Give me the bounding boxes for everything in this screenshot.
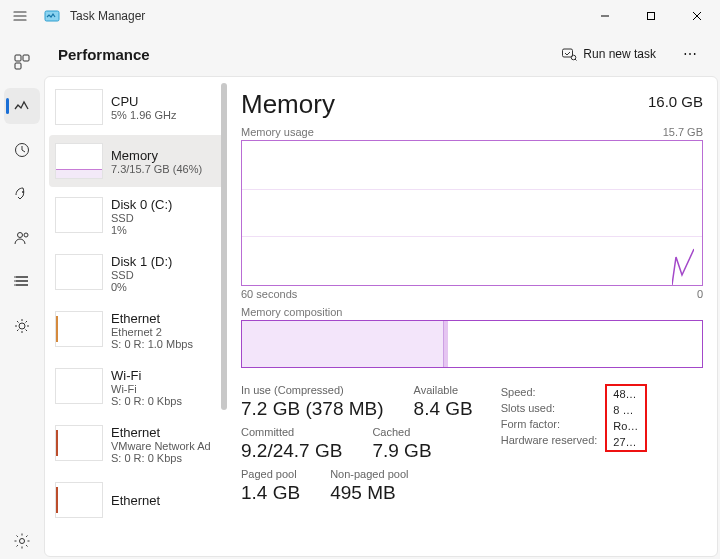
app-title: Task Manager [70,9,145,23]
run-task-icon [561,46,577,62]
axis-right: 0 [697,288,703,300]
composition-label: Memory composition [241,306,703,318]
chart-thumb-icon [55,89,103,125]
resource-sub: Wi-Fi [111,383,182,395]
axis-left: 60 seconds [241,288,297,300]
svg-point-8 [24,233,28,237]
svg-rect-1 [648,13,655,20]
nav-rail [0,32,44,559]
resource-list: CPU 5% 1.96 GHz Memory 7.3/15.7 GB (46%) [45,77,227,556]
nonpaged-label: Non-paged pool [330,468,408,480]
svg-point-10 [14,280,16,282]
svg-point-7 [18,233,23,238]
committed-value: 9.2/24.7 GB [241,440,342,462]
resource-item-ethernet-vmware[interactable]: Ethernet VMware Network Ad S: 0 R: 0 Kbp… [49,417,227,472]
svg-rect-3 [23,55,29,61]
resource-name: CPU [111,94,176,109]
resource-name: Ethernet [111,493,160,508]
nav-performance[interactable] [4,88,40,124]
resource-sub: 7.3/15.7 GB (46%) [111,163,202,175]
svg-point-13 [20,539,25,544]
nonpaged-value: 495 MB [330,482,408,504]
more-options-button[interactable]: ⋯ [674,38,706,70]
resource-sub2: 1% [111,224,172,236]
resource-item-cpu[interactable]: CPU 5% 1.96 GHz [49,81,227,133]
highlighted-values-box: 48… 8 o… Ro… 27… [605,384,647,452]
maximize-button[interactable] [628,0,674,32]
resource-sub: SSD [111,269,172,281]
chart-thumb-icon [55,197,103,233]
resource-sub: Ethernet 2 [111,326,193,338]
close-button[interactable] [674,0,720,32]
svg-rect-14 [563,49,573,57]
cached-label: Cached [372,426,431,438]
minimize-button[interactable] [582,0,628,32]
nav-startup[interactable] [4,176,40,212]
graph-line-icon [672,245,694,285]
memory-properties: Speed: Slots used: Form factor: Hardware… [501,384,648,452]
resource-sub2: 0% [111,281,172,293]
resource-name: Disk 1 (D:) [111,254,172,269]
resource-name: Memory [111,148,202,163]
resource-sub2: S: 0 R: 0 Kbps [111,395,182,407]
run-new-task-button[interactable]: Run new task [551,42,666,66]
resource-name: Ethernet [111,425,211,440]
svg-rect-4 [15,63,21,69]
nav-users[interactable] [4,220,40,256]
resource-item-wifi[interactable]: Wi-Fi Wi-Fi S: 0 R: 0 Kbps [49,360,227,415]
in-use-label: In use (Compressed) [241,384,384,396]
paged-value: 1.4 GB [241,482,300,504]
usage-max: 15.7 GB [663,126,703,138]
page-header: Performance Run new task ⋯ [44,32,720,76]
speed-label: Speed: [501,386,598,398]
sidebar-scrollbar[interactable] [221,83,227,550]
nav-details[interactable] [4,264,40,300]
usage-label: Memory usage [241,126,314,138]
chart-thumb-icon [55,143,103,179]
nav-settings[interactable] [4,523,40,559]
nav-app-history[interactable] [4,132,40,168]
slots-label: Slots used: [501,402,598,414]
resource-sub2: S: 0 R: 1.0 Mbps [111,338,193,350]
resource-sub: SSD [111,212,172,224]
chart-thumb-icon [55,482,103,518]
chart-thumb-icon [55,311,103,347]
svg-rect-2 [15,55,21,61]
nav-processes[interactable] [4,44,40,80]
memory-detail: Memory 16.0 GB Memory usage 15.7 GB [227,77,717,556]
app-icon [44,8,60,24]
form-factor-value: Ro… [613,420,639,432]
run-task-label: Run new task [583,47,656,61]
resource-sub: VMware Network Ad [111,440,211,452]
detail-title: Memory [241,89,335,120]
resource-sub: 5% 1.96 GHz [111,109,176,121]
nav-services[interactable] [4,308,40,344]
window-controls [582,0,720,32]
resource-item-disk0[interactable]: Disk 0 (C:) SSD 1% [49,189,227,244]
resource-name: Wi-Fi [111,368,182,383]
committed-label: Committed [241,426,342,438]
chart-thumb-icon [55,254,103,290]
slots-value: 8 o… [613,404,639,416]
paged-label: Paged pool [241,468,300,480]
hamburger-menu-button[interactable] [6,2,34,30]
cached-value: 7.9 GB [372,440,431,462]
available-label: Available [414,384,473,396]
resource-item-disk1[interactable]: Disk 1 (D:) SSD 0% [49,246,227,301]
page-title: Performance [58,46,150,63]
in-use-value: 7.2 GB (378 MB) [241,398,384,420]
resource-name: Disk 0 (C:) [111,197,172,212]
resource-item-memory[interactable]: Memory 7.3/15.7 GB (46%) [49,135,227,187]
usage-graph [241,140,703,286]
chart-thumb-icon [55,368,103,404]
composition-bar [241,320,703,368]
resource-item-ethernet-3[interactable]: Ethernet [49,474,227,526]
hw-reserved-value: 27… [613,436,639,448]
speed-value: 48… [613,388,639,400]
resource-sub2: S: 0 R: 0 Kbps [111,452,211,464]
form-factor-label: Form factor: [501,418,598,430]
resource-name: Ethernet [111,311,193,326]
resource-item-ethernet[interactable]: Ethernet Ethernet 2 S: 0 R: 1.0 Mbps [49,303,227,358]
svg-point-12 [19,323,25,329]
svg-point-9 [14,276,16,278]
